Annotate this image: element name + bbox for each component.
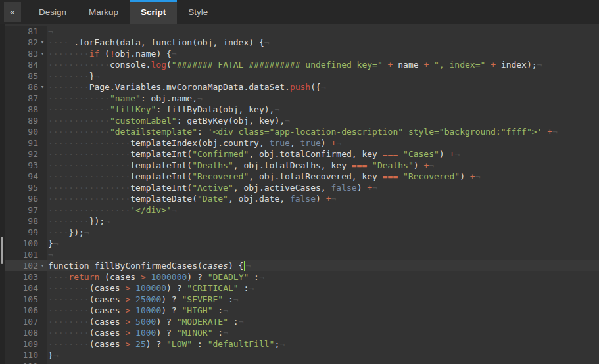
gutter: 95 <box>5 182 47 193</box>
code-text[interactable]: ················templateInt("Deaths", ob… <box>47 160 599 171</box>
code-text[interactable]: ····_.forEach(data, function(obj, index)… <box>47 37 599 48</box>
gutter: 109 <box>5 338 47 350</box>
whitespace-dots: ········ <box>48 339 89 349</box>
code-text[interactable]: ············"detailstemplate": '<div cla… <box>47 126 599 137</box>
editor-tab-bar: « DesignMarkupScriptStyle <box>0 0 599 24</box>
fold-arrow-icon[interactable]: ▾ <box>38 48 47 59</box>
code-text[interactable]: ········}¬ <box>47 70 599 81</box>
code-text[interactable]: ····});¬ <box>47 227 599 238</box>
line-number: 91 <box>28 137 38 148</box>
eol-marker: ¬ <box>223 306 228 315</box>
collapse-panel-button[interactable]: « <box>4 2 21 22</box>
fold-spacer <box>38 115 47 126</box>
code-text[interactable] <box>47 361 599 364</box>
code-text[interactable]: ········if (!obj.name) {¬ <box>47 48 599 59</box>
gutter: 96 <box>5 193 47 204</box>
fold-arrow-icon[interactable]: ▾ <box>38 260 47 271</box>
code-text[interactable]: ················templateDate("Date", obj… <box>47 193 599 204</box>
eol-marker: ¬ <box>336 138 341 148</box>
code-text[interactable]: ················templateInt("Active", ob… <box>47 182 599 193</box>
code-text[interactable]: ········(cases > 100000) ? "CRITICAL" :¬ <box>47 283 599 294</box>
line-number: 84 <box>28 59 38 70</box>
code-text[interactable]: ········(cases > 1000) ? "MINOR" :¬ <box>47 327 599 338</box>
eol-marker: ¬ <box>84 227 89 237</box>
whitespace-dots: ················ <box>48 205 130 215</box>
code-text[interactable]: ········});¬ <box>47 216 599 227</box>
gutter: 85 <box>5 70 47 81</box>
fold-spacer <box>38 283 47 294</box>
code-text[interactable]: ········(cases > 25000) ? "SEVERE" :¬ <box>47 294 599 305</box>
whitespace-dots: ········ <box>48 294 89 304</box>
code-text[interactable]: ········(cases > 25) ? "LOW" : "defaultF… <box>47 338 599 350</box>
line-number: 106 <box>23 305 38 316</box>
left-scrollbar-thumb[interactable] <box>1 237 3 264</box>
whitespace-dots: ········ <box>48 216 89 226</box>
code-area[interactable]: 81¬82▾····_.forEach(data, function(obj, … <box>5 24 599 364</box>
line-number: 83 <box>28 48 38 59</box>
gutter: 99 <box>5 227 47 238</box>
fold-spacer <box>38 305 47 316</box>
line-number: 99 <box>28 227 38 238</box>
code-text[interactable]: ············"customLabel": getByKey(obj,… <box>47 115 599 126</box>
code-line: 92················templateInt("Confirmed… <box>5 148 599 160</box>
line-number: 88 <box>28 104 38 115</box>
line-number: 110 <box>23 350 38 361</box>
code-text[interactable]: function fillByConfirmedCases(cases) {¬ <box>47 260 599 271</box>
code-text[interactable]: }¬ <box>47 350 599 361</box>
fold-spacer <box>38 227 47 238</box>
code-text[interactable]: ················'</div>'¬ <box>47 204 599 216</box>
code-text[interactable]: ····return (cases > 1000000) ? "DEADLY" … <box>47 271 599 283</box>
whitespace-dots: ················ <box>48 171 130 181</box>
code-text[interactable]: ¬ <box>47 249 599 260</box>
whitespace-dots: ············ <box>48 60 110 70</box>
line-number: 111 <box>23 361 38 364</box>
eol-marker: ¬ <box>105 216 110 226</box>
fold-arrow-icon[interactable]: ▾ <box>38 37 47 48</box>
gutter: 89 <box>5 115 47 126</box>
eol-marker: ¬ <box>429 160 434 170</box>
code-text[interactable]: ················templateIndex(obj.countr… <box>47 137 599 148</box>
code-text[interactable]: ········Page.Variables.mvCoronaMapData.d… <box>47 81 599 93</box>
line-number: 108 <box>23 327 38 338</box>
eol-marker: ¬ <box>172 49 177 58</box>
eol-marker: ¬ <box>537 60 542 70</box>
gutter: 87 <box>5 93 47 104</box>
line-number: 105 <box>23 294 38 305</box>
tab-script[interactable]: Script <box>130 0 177 24</box>
tab-style[interactable]: Style <box>177 0 219 24</box>
code-line: 111 <box>5 361 599 364</box>
eol-marker: ¬ <box>245 261 251 271</box>
line-number: 90 <box>28 126 38 137</box>
code-text[interactable]: ············console.log("####### FATAL #… <box>47 59 599 70</box>
code-line: 104········(cases > 100000) ? "CRITICAL"… <box>5 283 599 294</box>
code-text[interactable]: ¬ <box>47 26 599 37</box>
code-text[interactable]: }¬ <box>47 238 599 249</box>
code-line: 81¬ <box>5 26 599 37</box>
tab-markup[interactable]: Markup <box>78 0 130 24</box>
whitespace-dots: ········ <box>48 317 89 327</box>
whitespace-dots: ········ <box>48 306 89 315</box>
line-number: 95 <box>28 182 38 193</box>
tab-design[interactable]: Design <box>28 0 78 24</box>
whitespace-dots: ········ <box>48 49 89 58</box>
fold-arrow-icon[interactable]: ▾ <box>38 81 47 93</box>
code-line: 93················templateInt("Deaths", … <box>5 160 599 171</box>
eol-marker: ¬ <box>249 283 254 293</box>
fold-spacer <box>38 70 47 81</box>
code-text[interactable]: ················templateInt("Confirmed",… <box>47 148 599 160</box>
fold-spacer <box>38 249 47 260</box>
code-text[interactable]: ················templateInt("Recovered",… <box>47 171 599 182</box>
fold-spacer <box>38 171 47 182</box>
eol-marker: ¬ <box>53 350 59 360</box>
gutter: 98 <box>5 216 47 227</box>
whitespace-dots: ········ <box>48 82 89 92</box>
code-text[interactable]: ············"fillKey": fillByData(obj, k… <box>47 104 599 115</box>
gutter: 93 <box>5 160 47 171</box>
code-text[interactable]: ············"name": obj.name,¬ <box>47 93 599 104</box>
gutter: 97 <box>5 204 47 216</box>
editor-tabs: DesignMarkupScriptStyle <box>28 0 219 24</box>
code-text[interactable]: ········(cases > 10000) ? "HIGH" :¬ <box>47 305 599 316</box>
whitespace-dots: ············ <box>48 104 110 114</box>
gutter: 108 <box>5 327 47 338</box>
code-text[interactable]: ········(cases > 5000) ? "MODERATE" :¬ <box>47 316 599 327</box>
